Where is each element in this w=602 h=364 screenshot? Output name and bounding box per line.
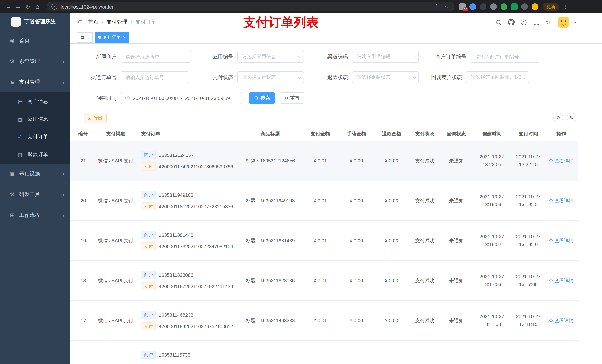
bookmark-star-icon[interactable]: ☆ xyxy=(444,4,449,10)
channel-order-no: 4200001167202110271022491439 xyxy=(159,283,233,289)
header-pay-status: 支付状态 xyxy=(409,131,441,137)
sidebar-item-merchant-info[interactable]: ▤ 商户信息 xyxy=(0,93,70,110)
merchant-order-line: 商户 163531115736 xyxy=(141,351,190,359)
navbar-actions: ? tT ▾ xyxy=(495,17,576,28)
create-time-range-picker[interactable]: 2021-10-01 00:00:00 - 2021-10-31 23:59:5… xyxy=(121,92,242,104)
download-icon xyxy=(88,116,92,120)
pay-status: 支付成功 xyxy=(409,197,441,204)
menu-fold-icon[interactable] xyxy=(76,19,83,26)
date-start: 2021-10-01 00:00:00 xyxy=(133,95,178,101)
notify-status: 未通知 xyxy=(441,197,472,204)
view-detail-link[interactable]: 查看详情 xyxy=(549,317,574,324)
header-channel: 支付渠道 xyxy=(96,131,135,137)
owner-input[interactable] xyxy=(121,51,191,62)
extension-drop-icon[interactable] xyxy=(469,3,476,10)
merchant-order-line: 商户 1635311881440 xyxy=(141,231,193,239)
view-detail-link[interactable]: 查看详情 xyxy=(549,237,574,244)
profile-avatar-icon[interactable] xyxy=(532,3,538,10)
view-detail-link[interactable]: 查看详情 xyxy=(549,157,574,164)
table-row: 19 微信 JSAPI 支付 商户 1635311881440 支付 42000… xyxy=(70,221,578,261)
refund-status-select[interactable]: 请选择退款状态 xyxy=(352,71,419,83)
channel-order-line: 支付 4200001174202110278060590766 xyxy=(141,162,233,171)
browser-forward-button[interactable]: → xyxy=(13,2,23,11)
order-id: 20 xyxy=(70,198,96,203)
site-info-icon[interactable]: i xyxy=(52,4,57,10)
pay-order-cell: 商户 1635311881440 支付 42000011732021102728… xyxy=(135,231,239,250)
pay-order-cell: 商户 1635311823086 支付 42000011672021102710… xyxy=(135,271,239,290)
pay-order-cell: 商户 1635311949168 支付 42000011812021102777… xyxy=(135,191,239,210)
extensions-puzzle-icon[interactable] xyxy=(521,3,528,10)
main-content: 所属商户 应用编号 请选择应用信息 渠道编码 请输入渠道编码 商户订单编号 渠道… xyxy=(70,44,602,364)
sidebar-item-app-info[interactable]: ▦ 应用信息 xyxy=(0,110,70,128)
header-refund: 退款金额 xyxy=(374,131,409,137)
browser-reload-button[interactable]: ↻ xyxy=(23,2,32,11)
github-icon[interactable] xyxy=(508,19,515,26)
channel-order-line: 支付 4200001181202110277723215336 xyxy=(141,202,233,210)
callback-status-label: 回调商户状态 xyxy=(410,71,462,83)
goods-title: 标题：1635311468233 xyxy=(239,317,302,324)
table-row: 17 微信 JSAPI 支付 商户 1635311468233 支付 42000… xyxy=(70,301,578,341)
browser-home-button[interactable]: ⌂ xyxy=(32,2,42,11)
merchant-order-no: 1635312124657 xyxy=(159,152,194,158)
fullscreen-icon[interactable] xyxy=(533,19,540,26)
extension-gray-icon[interactable] xyxy=(490,3,497,10)
user-avatar[interactable] xyxy=(558,17,569,28)
refresh-table-button[interactable]: ↻ xyxy=(567,113,576,123)
search-icon[interactable] xyxy=(495,19,502,26)
sidebar-item-workflow[interactable]: ⊞ 工作流程 ▾ xyxy=(0,205,70,226)
toggle-search-button[interactable] xyxy=(553,113,563,123)
tools-icon: ⚒ xyxy=(8,191,16,198)
sidebar-item-home[interactable]: ◉ 首页 xyxy=(0,30,70,51)
browser-back-button[interactable]: ← xyxy=(4,2,13,11)
chevron-down-icon: ▾ xyxy=(63,213,64,217)
view-detail-link[interactable]: 查看详情 xyxy=(549,277,574,284)
extension-badge: 10 xyxy=(463,7,468,11)
app-logo[interactable]: 芋道管理系统 xyxy=(0,13,70,30)
extension-check-icon[interactable] xyxy=(501,3,507,10)
extension-grid-icon[interactable]: 10 xyxy=(459,3,466,10)
pay-order-cell: 商户 163531115736 支付 xyxy=(135,351,239,364)
create-time: 2021-10-27 13:22:05 xyxy=(472,153,512,168)
tab-pay-order[interactable]: 支付订单 × xyxy=(95,32,129,42)
sidebar-item-refund-order[interactable]: ▥ 退款订单 xyxy=(0,146,70,164)
font-size-icon[interactable]: tT xyxy=(545,19,553,26)
close-icon[interactable]: × xyxy=(123,35,126,40)
sidebar-item-system[interactable]: ⚙ 系统管理 ▾ xyxy=(0,51,70,72)
header-amount: 支付金额 xyxy=(302,131,339,137)
workflow-icon: ⊞ xyxy=(8,212,16,219)
channel-order-line: 支付 4200001167202110271022491439 xyxy=(141,282,233,290)
pay-status-select[interactable]: 请选择支付状态 xyxy=(237,71,304,83)
table-row: 商户 163531115736 支付 xyxy=(70,341,578,364)
export-button[interactable]: 导出 xyxy=(84,113,107,123)
breadcrumb-current: 支付订单 xyxy=(136,19,156,26)
share-icon[interactable] xyxy=(433,3,440,10)
extension-dark-icon[interactable] xyxy=(480,3,486,10)
sidebar-item-pay-order[interactable]: ◎ 支付订单 xyxy=(0,128,70,146)
breadcrumb-home[interactable]: 首页 xyxy=(88,19,98,26)
merchant-order-no: 1635311468233 xyxy=(159,312,193,318)
caret-down-icon[interactable]: ▾ xyxy=(574,20,576,24)
callback-status-select[interactable]: 请选择订单回调商户状态 xyxy=(466,71,529,83)
view-detail-link[interactable]: 查看详情 xyxy=(549,197,574,204)
order-id: 18 xyxy=(70,278,96,283)
sidebar-item-infrastructure[interactable]: ▣ 基础设施 ▾ xyxy=(0,164,70,184)
channel-order-input[interactable] xyxy=(121,71,189,83)
reset-button[interactable]: ↻ 重置 xyxy=(280,93,304,104)
document-icon: ▥ xyxy=(16,152,24,157)
extension-green-icon[interactable] xyxy=(511,3,517,10)
merchant-order-input[interactable] xyxy=(471,51,539,62)
help-icon[interactable]: ? xyxy=(520,19,527,26)
channel-code-select[interactable]: 请输入渠道编码 xyxy=(352,51,419,62)
search-button[interactable]: 搜索 xyxy=(249,93,275,104)
browser-update-button[interactable]: 更新 xyxy=(543,3,559,11)
clock-icon xyxy=(125,95,130,101)
tab-home[interactable]: 首页 xyxy=(77,32,93,42)
sidebar-item-payment[interactable]: ¥ 支付管理 ▴ xyxy=(0,72,70,93)
pay-time: 2021-10-27 13:19:15 xyxy=(512,193,545,208)
refresh-icon: ↻ xyxy=(570,115,573,120)
breadcrumb-payment[interactable]: 支付管理 xyxy=(107,19,127,26)
app-select[interactable]: 请选择应用信息 xyxy=(237,51,304,62)
address-bar[interactable]: i localhost:1024/pay/order ☆ xyxy=(47,2,454,11)
browser-menu-kebab-icon[interactable]: ⋮ xyxy=(563,4,568,10)
sidebar-item-dev-tools[interactable]: ⚒ 研发工具 ▾ xyxy=(0,184,70,205)
